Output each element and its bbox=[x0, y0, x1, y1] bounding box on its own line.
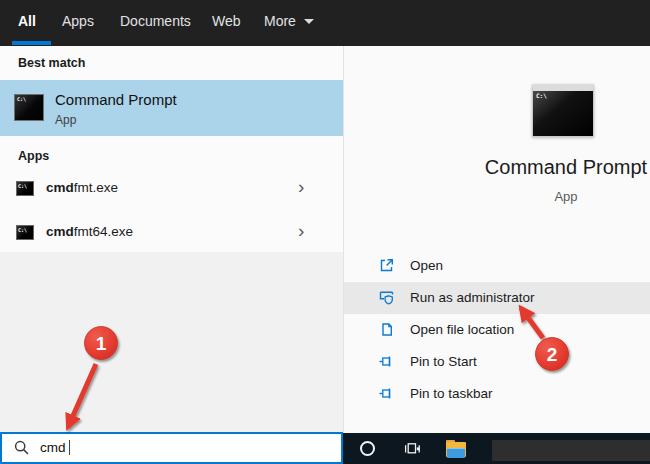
action-run-as-administrator[interactable]: Run as administrator bbox=[344, 282, 650, 314]
best-match-result[interactable]: C:\ Command Prompt App bbox=[0, 80, 343, 136]
match-text: cmd bbox=[46, 224, 74, 239]
taskbar bbox=[343, 433, 650, 464]
preview-app-subtitle: App bbox=[416, 189, 650, 204]
search-flyout: All Apps Documents Web More Best match C… bbox=[0, 0, 650, 464]
rest-text: fmt64.exe bbox=[74, 224, 133, 239]
cmd-exe-icon: C:\ bbox=[16, 225, 34, 240]
results-panel: Best match C:\ Command Prompt App Apps C… bbox=[0, 46, 343, 432]
rest-text: fmt.exe bbox=[74, 180, 118, 195]
tab-more[interactable]: More bbox=[264, 13, 314, 29]
run-as-administrator-icon bbox=[378, 289, 395, 306]
app-result-cmdfmt64[interactable]: C:\ cmdfmt64.exe › bbox=[0, 212, 343, 252]
cortana-icon[interactable] bbox=[360, 441, 375, 456]
search-query-text: cmd bbox=[40, 440, 70, 455]
tab-web[interactable]: Web bbox=[212, 13, 241, 29]
match-text: cmd bbox=[46, 180, 74, 195]
action-label: Pin to Start bbox=[410, 346, 477, 378]
app-result-label: cmdfmt64.exe bbox=[46, 212, 133, 252]
cmd-prompt-glyph: C:\ bbox=[18, 183, 27, 189]
tab-documents[interactable]: Documents bbox=[120, 13, 191, 29]
action-pin-to-taskbar[interactable]: Pin to taskbar bbox=[344, 378, 650, 410]
pin-icon bbox=[378, 385, 395, 402]
tab-all[interactable]: All bbox=[18, 13, 36, 29]
task-view-icon[interactable] bbox=[404, 440, 421, 457]
chevron-right-icon: › bbox=[298, 168, 304, 206]
best-match-title: Command Prompt bbox=[55, 91, 177, 108]
command-prompt-large-icon: C:\ bbox=[532, 84, 594, 137]
action-label: Open bbox=[410, 250, 443, 282]
file-explorer-icon[interactable] bbox=[446, 440, 466, 457]
preview-panel: C:\ Command Prompt App Open Run as admin… bbox=[343, 46, 650, 433]
action-open[interactable]: Open bbox=[344, 250, 650, 282]
text-cursor bbox=[69, 440, 70, 455]
cmd-exe-icon: C:\ bbox=[16, 181, 34, 196]
filter-tab-bar: All Apps Documents Web More bbox=[0, 0, 650, 46]
cmd-prompt-glyph: C:\ bbox=[18, 227, 27, 233]
action-label: Open file location bbox=[410, 314, 514, 346]
taskbar-app-window-button[interactable] bbox=[492, 440, 650, 461]
command-prompt-icon: C:\ bbox=[14, 94, 44, 121]
selected-tab-underline bbox=[12, 41, 51, 45]
folder-front bbox=[447, 448, 465, 458]
cmd-prompt-glyph: C:\ bbox=[536, 92, 547, 99]
app-result-cmdfmt[interactable]: C:\ cmdfmt.exe › bbox=[0, 168, 343, 208]
action-pin-to-start[interactable]: Pin to Start bbox=[344, 346, 650, 378]
best-match-subtitle: App bbox=[55, 113, 76, 127]
preview-app-title: Command Prompt bbox=[416, 156, 650, 179]
chevron-right-icon: › bbox=[298, 212, 304, 250]
app-result-label: cmdfmt.exe bbox=[46, 168, 118, 208]
search-value: cmd bbox=[40, 440, 66, 455]
cmd-prompt-glyph: C:\ bbox=[17, 96, 26, 102]
chevron-down-icon bbox=[304, 19, 314, 24]
open-file-location-icon bbox=[378, 321, 395, 338]
search-icon bbox=[13, 439, 31, 457]
pin-icon bbox=[378, 353, 395, 370]
action-label: Run as administrator bbox=[410, 282, 535, 314]
search-input[interactable]: cmd bbox=[0, 432, 343, 464]
best-match-header: Best match bbox=[18, 56, 85, 70]
tab-more-label: More bbox=[264, 13, 296, 29]
open-icon bbox=[378, 257, 395, 274]
action-label: Pin to taskbar bbox=[410, 378, 493, 410]
action-open-file-location[interactable]: Open file location bbox=[344, 314, 650, 346]
tab-apps[interactable]: Apps bbox=[62, 13, 94, 29]
apps-section-header: Apps bbox=[18, 149, 49, 163]
